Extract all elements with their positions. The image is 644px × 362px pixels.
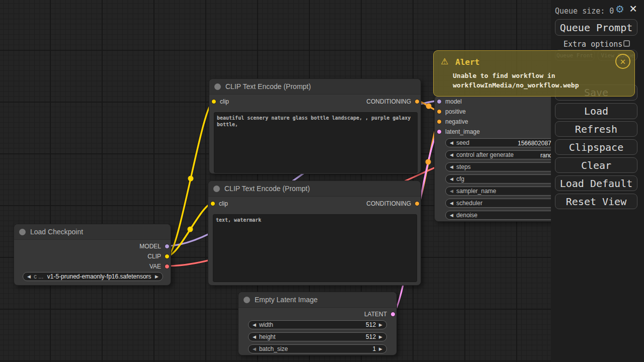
ckpt-widget-value: v1-5-pruned-emaonly-fp16.safetensors <box>46 273 152 280</box>
vae-port-dot[interactable] <box>165 264 170 269</box>
prompt-textarea[interactable]: text, watermark <box>213 214 417 282</box>
node-title-bar[interactable]: CLIP Text Encode (Prompt) <box>209 79 421 95</box>
latent-port-dot[interactable] <box>390 312 395 317</box>
output-clip[interactable]: CLIP <box>147 253 170 260</box>
arrow-left-icon[interactable]: ◀ <box>253 323 256 327</box>
node-clip-text-encode-negative[interactable]: CLIP Text Encode (Prompt) clip CONDITION… <box>208 180 421 286</box>
clear-button[interactable]: Clear <box>555 157 637 173</box>
node-load-checkpoint[interactable]: Load Checkpoint MODEL CLIP VAE ◀ c ... v… <box>14 224 171 286</box>
clipspace-button[interactable]: Clipspace <box>555 139 637 155</box>
alert-close-icon[interactable]: × <box>615 54 630 69</box>
ckpt-name-widget[interactable]: ◀ c ... v1-5-pruned-emaonly-fp16.safeten… <box>23 272 163 281</box>
node-title: CLIP Text Encode (Prompt) <box>225 82 311 90</box>
input-clip[interactable]: clip <box>210 200 228 207</box>
conditioning-port-dot[interactable] <box>415 201 420 206</box>
clip-port-dot[interactable] <box>210 201 215 206</box>
alert-message-line1: Unable to find workflow in <box>453 72 555 79</box>
output-model[interactable]: MODEL <box>139 243 170 250</box>
output-conditioning[interactable]: CONDITIONING <box>366 98 420 105</box>
conditioning-port-dot[interactable] <box>437 119 442 124</box>
settings-gear-icon[interactable]: ⚙ <box>615 4 624 14</box>
input-model[interactable]: model <box>437 98 462 105</box>
input-positive[interactable]: positive <box>437 108 466 115</box>
close-menu-icon[interactable]: × <box>629 2 637 15</box>
node-collapse-dot[interactable] <box>244 297 250 303</box>
output-conditioning[interactable]: CONDITIONING <box>366 200 420 207</box>
node-graph-canvas[interactable]: Load Checkpoint MODEL CLIP VAE ◀ c ... v… <box>0 0 644 362</box>
input-negative[interactable]: negative <box>437 118 468 125</box>
node-collapse-dot[interactable] <box>19 229 26 235</box>
node-clip-text-encode-positive[interactable]: CLIP Text Encode (Prompt) clip CONDITION… <box>209 78 421 174</box>
clip-port-dot[interactable] <box>165 254 170 259</box>
input-latent-image[interactable]: latent_image <box>437 128 480 135</box>
output-latent[interactable]: LATENT <box>364 311 395 318</box>
node-collapse-dot[interactable] <box>213 186 220 192</box>
alert-title: Alert <box>455 57 479 67</box>
alert-toast: ⚠ Alert Unable to find workflow in workf… <box>433 50 635 97</box>
reset-view-button[interactable]: Reset View <box>555 194 637 209</box>
model-port-dot[interactable] <box>165 244 170 249</box>
model-port-dot[interactable] <box>437 99 442 104</box>
node-title-bar[interactable]: Load Checkpoint <box>14 224 171 240</box>
arrow-right-icon[interactable]: ▶ <box>379 323 382 327</box>
node-title: Empty Latent Image <box>255 296 317 304</box>
arrow-left-icon[interactable]: ◀ <box>450 177 453 182</box>
queue-prompt-button[interactable]: Queue Prompt <box>555 19 637 36</box>
input-clip[interactable]: clip <box>211 98 229 105</box>
node-collapse-dot[interactable] <box>214 83 221 90</box>
height-widget[interactable]: ◀ height 512 ▶ <box>248 332 387 341</box>
node-title-bar[interactable]: Empty Latent Image <box>238 292 396 308</box>
conditioning-port-dot[interactable] <box>437 109 442 114</box>
arrow-left-icon[interactable]: ◀ <box>450 189 453 194</box>
refresh-button[interactable]: Refresh <box>555 121 637 137</box>
node-title: CLIP Text Encode (Prompt) <box>224 185 310 193</box>
queue-size-label: Queue size: 0 <box>555 7 614 16</box>
extra-options-label: Extra options <box>564 40 622 49</box>
width-widget[interactable]: ◀ width 512 ▶ <box>248 320 387 329</box>
node-title-bar[interactable]: CLIP Text Encode (Prompt) <box>208 181 421 197</box>
batch-size-widget[interactable]: ◀ batch_size 1 ▶ <box>248 344 387 353</box>
node-title: Load Checkpoint <box>30 228 83 236</box>
extra-options-checkbox[interactable] <box>623 40 630 47</box>
arrow-left-icon[interactable]: ◀ <box>253 335 256 339</box>
load-default-button[interactable]: Load Default <box>555 175 637 191</box>
arrow-left-icon[interactable]: ◀ <box>450 141 453 145</box>
warning-icon: ⚠ <box>441 56 448 66</box>
prompt-textarea[interactable]: beautiful scenery nature glass bottle la… <box>214 112 418 173</box>
latent-port-dot[interactable] <box>437 129 442 134</box>
arrow-right-icon[interactable]: ▶ <box>379 335 382 339</box>
conditioning-port-dot[interactable] <box>415 99 420 104</box>
alert-message-line2: workflowInMedia/no_workflow.webp <box>453 81 579 89</box>
ckpt-widget-prefix: c ... <box>34 273 43 280</box>
load-button[interactable]: Load <box>555 103 637 119</box>
arrow-right-icon[interactable]: ▶ <box>155 275 158 279</box>
arrow-left-icon[interactable]: ◀ <box>450 165 453 169</box>
arrow-left-icon[interactable]: ◀ <box>450 213 453 218</box>
node-empty-latent-image[interactable]: Empty Latent Image LATENT ◀ width 512 ▶ … <box>238 292 397 355</box>
arrow-left-icon[interactable]: ◀ <box>450 201 453 206</box>
arrow-left-icon[interactable]: ◀ <box>27 275 31 279</box>
clip-port-dot[interactable] <box>211 99 216 104</box>
arrow-left-icon[interactable]: ◀ <box>253 347 256 351</box>
arrow-left-icon[interactable]: ◀ <box>450 153 453 157</box>
output-vae[interactable]: VAE <box>149 263 170 270</box>
arrow-right-icon[interactable]: ▶ <box>379 347 382 351</box>
